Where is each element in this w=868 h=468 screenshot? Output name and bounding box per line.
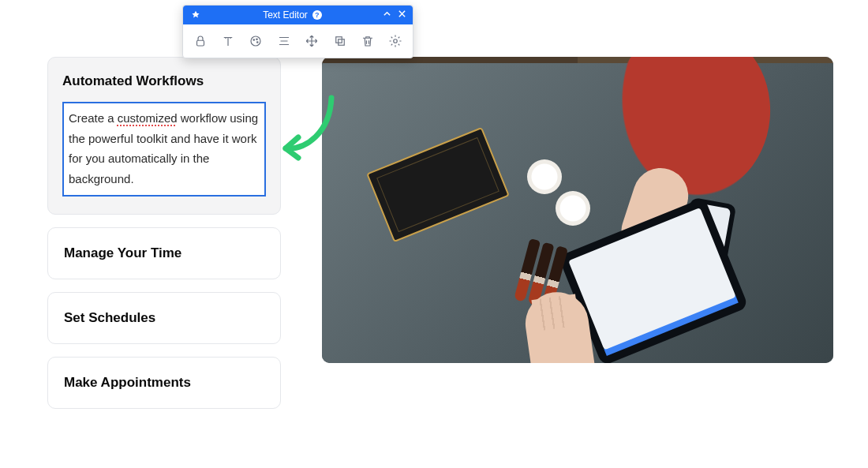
svg-rect-5 [335, 37, 342, 43]
accordion-panel: Automated Workflows Create a customized … [47, 57, 281, 409]
hero-image [322, 57, 833, 363]
panel-make-appointments[interactable]: Make Appointments [47, 357, 281, 409]
trash-icon[interactable] [358, 31, 376, 51]
svg-rect-0 [196, 40, 204, 46]
svg-point-7 [394, 39, 398, 43]
layer-icon[interactable] [331, 31, 349, 51]
editable-text-selection[interactable]: Create a customized workflow using the p… [62, 102, 266, 197]
close-icon[interactable] [398, 9, 406, 21]
settings-icon[interactable] [387, 31, 405, 51]
align-icon[interactable] [275, 31, 293, 51]
svg-point-3 [256, 39, 258, 40]
svg-point-4 [257, 42, 259, 43]
toolbox-body [183, 24, 413, 58]
toolbox-title: Text Editor [263, 9, 308, 21]
panel-manage-your-time[interactable]: Manage Your Time [47, 227, 281, 279]
lock-icon[interactable] [191, 31, 209, 51]
move-icon[interactable] [303, 31, 321, 51]
pin-icon[interactable] [189, 10, 202, 20]
panel-title: Automated Workflows [62, 73, 266, 89]
panel-set-schedules[interactable]: Set Schedules [47, 292, 281, 344]
panel-title: Make Appointments [64, 375, 264, 391]
spellcheck-word[interactable]: customized [118, 111, 178, 125]
svg-point-1 [251, 36, 260, 46]
svg-point-2 [253, 39, 255, 41]
panel-automated-workflows[interactable]: Automated Workflows Create a customized … [47, 57, 281, 215]
panel-title: Manage Your Time [64, 245, 264, 261]
text-editor-toolbox[interactable]: Text Editor ? [182, 5, 413, 58]
svg-rect-6 [338, 39, 344, 46]
help-badge-icon[interactable]: ? [312, 10, 322, 20]
toolbox-titlebar[interactable]: Text Editor ? [183, 6, 413, 24]
collapse-icon[interactable] [383, 9, 391, 21]
palette-icon[interactable] [247, 31, 265, 51]
panel-title: Set Schedules [64, 310, 264, 326]
panel-body-text[interactable]: Create a customized workflow using the p… [69, 108, 260, 189]
text-style-icon[interactable] [219, 31, 237, 51]
